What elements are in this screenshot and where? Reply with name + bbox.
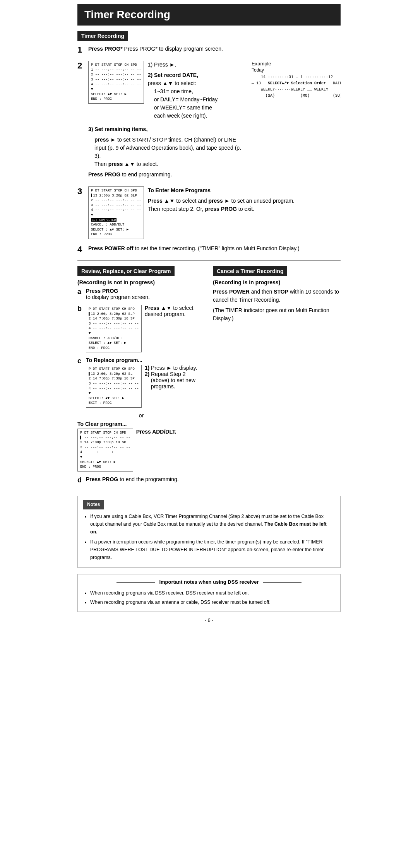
screen2-box: P DT START STOP CH SPD ▌13 2:00p 3:20p 0… [88, 186, 144, 239]
or-text: or [77, 412, 205, 419]
example-diagram-box: Example Today 14 ·········31 — 1 ·······… [252, 61, 341, 99]
step-1: 1 Press PROG* Press PROG* to display pro… [77, 45, 341, 55]
screen-b-box: P DT START STOP CH SPD ▌13 2:00p 3:20p 0… [86, 305, 142, 352]
important-item-1: When recording programs via DSS receiver… [90, 589, 335, 597]
left-column: Review, Replace, or Clear Program (Recor… [77, 266, 205, 489]
clear-program-block: To Clear program... P DT START STOP CH S… [77, 421, 205, 472]
step-4: 4 Press POWER off to set the timer recor… [77, 244, 341, 255]
notes-list: If you are using a Cable Box, VCR Timer … [90, 513, 335, 561]
page-number: - 6 - [77, 617, 341, 623]
step4-text: Press POWER off to set the timer recordi… [88, 244, 341, 253]
step1-text: Press PROG* Press PROG* to display progr… [88, 45, 341, 53]
right-section-header: Cancel a Timer Recording [213, 266, 341, 279]
right-column: Cancel a Timer Recording (Recording is i… [213, 266, 341, 489]
step-3: 3 P DT START STOP CH SPD ▌13 2:00p 3:20p… [77, 186, 341, 239]
step-number-1: 1 [77, 45, 82, 55]
important-section: Important notes when using DSS receiver … [77, 574, 341, 612]
section1-header: Timer Recording [77, 31, 341, 45]
step-b: b P DT START STOP CH SPD ▌13 2:00p 3:20p… [77, 305, 205, 352]
screen-clear-box: P DT START STOP CH SPD ▌ -- ---:-- ---:-… [77, 429, 133, 472]
notes-section: Notes If you are using a Cable Box, VCR … [77, 496, 341, 567]
screen-c-box: P DT START STOP CH SPD ▌13 2:00p 3:20p 0… [86, 365, 142, 408]
important-list: When recording programs via DSS receiver… [90, 589, 335, 606]
step-number-2: 2 [77, 61, 82, 71]
cancel-text-2: (The TIMER indicator goes out on Multi F… [213, 306, 341, 323]
step-number-4: 4 [77, 244, 82, 255]
step-c: c To Replace program... P DT START STOP … [77, 357, 205, 408]
two-column-section: Review, Replace, or Clear Program (Recor… [77, 266, 341, 489]
step-number-3: 3 [77, 186, 82, 196]
step2-instructions: 1) Press ►. 2) Set record DATE, press ▲▼… [148, 61, 219, 122]
step3-instructions: To Enter More Programs Press ▲▼ to selec… [148, 186, 295, 215]
step-d: d Press PROG to end the programming. [77, 476, 205, 485]
page-title: Timer Recording [77, 4, 341, 26]
left-section-header: Review, Replace, or Clear Program [77, 266, 205, 279]
step-a: a Press PROG to display program screen. [77, 288, 205, 300]
divider-1 [77, 260, 341, 261]
important-item-2: When recording programs via an antenna o… [90, 598, 335, 606]
note-item-1: If you are using a Cable Box, VCR Timer … [90, 513, 335, 536]
cancel-text-1: Press POWER and then STOP within 10 seco… [213, 288, 341, 304]
step-2: 2 P DT START STOP CH SPD 1 -- ---:-- ---… [77, 61, 341, 181]
screen1-box: P DT START STOP CH SPD 1 -- ---:-- ---:-… [88, 61, 144, 104]
note-item-2: If a power interruption occurs while pro… [90, 538, 335, 561]
